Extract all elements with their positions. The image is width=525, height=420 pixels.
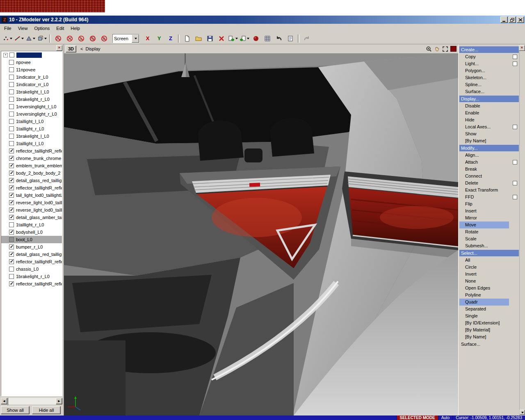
- menu-options[interactable]: Options: [31, 25, 53, 32]
- no-edges-toggle[interactable]: [64, 34, 75, 43]
- zoom-icon[interactable]: [426, 46, 432, 52]
- tree-item-27[interactable]: reflector_taillightR_refle: [1, 258, 62, 265]
- no-polygons-toggle[interactable]: [75, 34, 87, 43]
- tree-item-checkbox[interactable]: [9, 148, 14, 153]
- tree-item-checkbox[interactable]: [9, 104, 14, 109]
- cmd-disable[interactable]: Disable: [459, 103, 519, 110]
- delete-button[interactable]: [216, 34, 227, 43]
- tree-item-25[interactable]: bumper_r_L0: [1, 243, 62, 251]
- edges-level-dropdown[interactable]: [13, 34, 25, 43]
- tree-item-4[interactable]: 1brakelight_l_L0: [1, 88, 62, 96]
- cmd-invert[interactable]: Invert: [459, 271, 519, 278]
- cmd-quadr[interactable]: Quadr: [459, 299, 509, 306]
- tree-item-14[interactable]: emblem_trunk_emblem: [1, 162, 62, 169]
- tree-item-24[interactable]: boot_L0: [1, 236, 62, 243]
- tree-item-checkbox[interactable]: [9, 119, 14, 124]
- polygons-level-dropdown[interactable]: [25, 34, 36, 43]
- cmd-options-checkbox[interactable]: [513, 55, 517, 59]
- tree-item-17[interactable]: reflector_taillightR_refle: [1, 184, 62, 192]
- combo-arrow-button[interactable]: [132, 34, 139, 43]
- cmd-all[interactable]: All: [459, 257, 519, 264]
- status-auto-badge[interactable]: Auto: [438, 415, 453, 420]
- tree-item-15[interactable]: body_2_body_body_2: [1, 169, 62, 177]
- undo-button[interactable]: [273, 34, 285, 43]
- restore-button[interactable]: [509, 16, 516, 23]
- cmd-single[interactable]: Single: [459, 313, 519, 320]
- menu-file[interactable]: File: [1, 25, 15, 32]
- tree-item-checkbox[interactable]: [9, 75, 14, 80]
- cmd-circle[interactable]: Circle: [459, 264, 519, 271]
- cmd-polyline[interactable]: Polyline: [459, 292, 519, 299]
- cmd-polygon[interactable]: Polygon...: [459, 67, 519, 74]
- close-button[interactable]: [517, 16, 524, 23]
- tree-item-checkbox[interactable]: [9, 193, 14, 198]
- tree-item-checkbox[interactable]: [9, 156, 14, 161]
- render-mode-button[interactable]: [450, 46, 457, 52]
- cmd-header-surface[interactable]: Surface...: [459, 341, 519, 347]
- tree-item-26[interactable]: detail_glass_red_tailligh: [1, 251, 62, 258]
- tree-item-5[interactable]: 1brakelight_r_L0: [1, 96, 62, 103]
- cmd-break[interactable]: Break: [459, 166, 519, 173]
- cmd-header-modify[interactable]: Modify...: [459, 145, 519, 151]
- cmd-local-axes[interactable]: Local Axes...: [459, 123, 519, 130]
- minimize-button[interactable]: [500, 16, 508, 23]
- tree-item-16[interactable]: detail_glass_red_tailligh: [1, 177, 62, 184]
- menu-help[interactable]: Help: [67, 25, 83, 32]
- cmd-rotate[interactable]: Rotate: [459, 228, 519, 235]
- cmd-spline[interactable]: Spline...: [459, 81, 519, 88]
- cmd-delete[interactable]: Delete: [459, 180, 519, 187]
- tree-root-checkbox[interactable]: [9, 52, 14, 57]
- title-bar[interactable]: Z 10 - ZModeler ver 2.2.2 (Build 964): [0, 16, 525, 24]
- cmd-surface[interactable]: Surface...: [459, 88, 519, 95]
- cmd-copy[interactable]: Copy: [459, 53, 519, 60]
- tree-item-checkbox[interactable]: [9, 97, 14, 102]
- cmd-scale[interactable]: Scale: [459, 235, 519, 242]
- cmd-align[interactable]: Align...: [459, 152, 519, 159]
- cmd-none[interactable]: None: [459, 278, 519, 285]
- show-all-button[interactable]: Show all: [1, 406, 30, 414]
- open-file-button[interactable]: [193, 34, 204, 43]
- tree-item-2[interactable]: 1indicator_lr_L0: [1, 73, 62, 81]
- cmd-light[interactable]: Light...: [459, 60, 519, 67]
- tree-item-checkbox[interactable]: [9, 230, 14, 235]
- tree-item-checkbox[interactable]: [9, 126, 14, 131]
- tree-item-9[interactable]: 1taillight_r_L0: [1, 125, 62, 132]
- cmd-attach[interactable]: Attach: [459, 159, 519, 166]
- tree-item-3[interactable]: 1indicator_rr_L0: [1, 81, 62, 88]
- cmd-options-checkbox[interactable]: [513, 195, 517, 199]
- view-back-arrow[interactable]: <: [80, 46, 83, 51]
- tree-item-checkbox[interactable]: [9, 281, 14, 286]
- tree-item-12[interactable]: reflector_taillightR_refle: [1, 147, 62, 155]
- cmd-mirror[interactable]: Mirror: [459, 215, 519, 221]
- axis-z-button[interactable]: Z: [165, 34, 176, 43]
- tree-item-checkbox[interactable]: [9, 112, 14, 116]
- cmd-move[interactable]: Move: [459, 221, 509, 228]
- tree-item-checkbox[interactable]: [9, 171, 14, 176]
- import-dropdown[interactable]: [227, 34, 239, 43]
- cmd-flip[interactable]: Flip: [459, 201, 519, 208]
- cmd-by-id-extension[interactable]: [By ID/Extension]: [459, 320, 519, 326]
- tree-item-7[interactable]: 1reversinglight_r_L0: [1, 110, 62, 118]
- cmd-by-name[interactable]: [By Name]: [459, 137, 519, 144]
- hide-all-button[interactable]: Hide all: [32, 406, 61, 414]
- tree-item-0[interactable]: прочее: [1, 59, 62, 66]
- tree-item-28[interactable]: chassis_L0: [1, 265, 62, 273]
- cmd-skeleton[interactable]: Skeleton...: [459, 74, 519, 81]
- cmd-options-checkbox[interactable]: [513, 160, 517, 164]
- tree-item-checkbox[interactable]: [9, 60, 14, 65]
- tree-item-19[interactable]: reverse_light_lod0_tailli: [1, 199, 62, 206]
- projection-dropdown[interactable]: Screen: [112, 34, 139, 43]
- cmd-header-create[interactable]: Create...: [459, 46, 519, 53]
- view-tab-3d[interactable]: 3D: [66, 46, 76, 52]
- scene-panel-close-button[interactable]: ×: [56, 45, 62, 51]
- tree-item-checkbox[interactable]: [9, 215, 14, 220]
- tree-item-23[interactable]: bodyshell_L0: [1, 228, 62, 236]
- scroll-left-button[interactable]: ◀: [1, 398, 7, 404]
- cmd-ffd[interactable]: FFD: [459, 194, 519, 201]
- tree-item-22[interactable]: 1taillight_r_L0: [1, 221, 62, 228]
- tree-item-checkbox[interactable]: [9, 252, 14, 257]
- tree-item-18[interactable]: tail_light_lod0_taillightL_: [1, 192, 62, 199]
- scroll-right-button[interactable]: ▶: [56, 398, 62, 404]
- no-objects-toggle[interactable]: [98, 34, 110, 43]
- no-meshes-toggle[interactable]: [87, 34, 98, 43]
